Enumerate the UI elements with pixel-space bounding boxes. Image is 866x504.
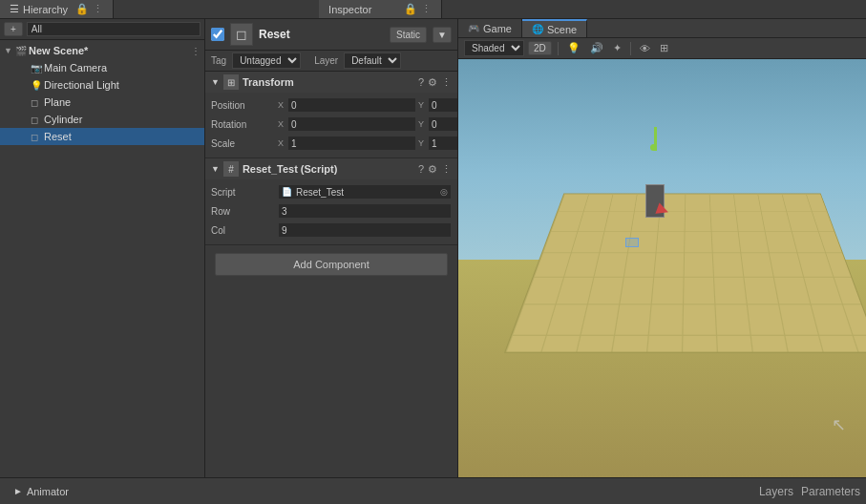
script-settings-icon[interactable]: ⚙ [428,163,437,176]
hierarchy-menu-icon: ☰ [10,3,19,15]
light-toggle-icon[interactable]: 💡 [564,41,583,55]
position-y-input[interactable] [428,97,458,113]
object-active-checkbox[interactable] [211,28,224,41]
inspector-object-header: ◻ Reset Static ▼ [205,19,457,51]
scale-y-input[interactable] [428,136,458,151]
cylinder-icon: ◻ [31,115,44,125]
scale-y-field: Y [418,136,458,151]
effects-toggle-icon[interactable]: ✦ [610,41,624,55]
scene-icon: 🌐 [532,24,543,34]
scene-tab[interactable]: 🌐 Scene [522,19,587,37]
animator-tab[interactable]: ► Animator [6,484,76,499]
reset-obj-icon: ◻ [31,132,44,142]
add-component-button[interactable]: Add Component [215,253,448,276]
toolbar-separator-2 [630,42,631,55]
animator-tab-label: Animator [27,486,69,497]
hierarchy-item-label: Plane [44,96,71,108]
hierarchy-item-directional-light[interactable]: 💡 Directional Light [0,76,204,94]
rotation-y-input[interactable] [428,116,458,132]
transform-collapse-icon: ▼ [211,77,220,87]
rotation-row: Rotation X Y Z [211,116,452,133]
scene-view-toolbar: Shaded 2D 💡 🔊 ✦ 👁 ⊞ [458,38,866,59]
script-help-icon[interactable]: ? [418,163,424,176]
hierarchy-search-input[interactable] [27,22,201,36]
scale-row: Scale X Y Z [211,135,452,152]
shading-mode-select[interactable]: Shaded [464,40,524,56]
audio-toggle-icon[interactable]: 🔊 [587,41,606,55]
rotation-x-input[interactable] [287,116,416,132]
animator-icon: ► [13,486,23,496]
row-field-label: Row [211,206,278,217]
hierarchy-add-button[interactable]: + [4,22,23,36]
transform-title: Transform [243,76,418,88]
position-x-input[interactable] [287,97,416,113]
script-component: ▼ # Reset_Test (Script) ? ⚙ ⋮ Script 📄 R… [205,158,457,245]
script-icon: # [223,161,239,177]
scale-x-input[interactable] [287,136,416,151]
hierarchy-item-more[interactable]: ⋮ [191,46,201,56]
plane-icon: ◻ [31,97,44,108]
static-dropdown-button[interactable]: ▼ [433,27,452,43]
hierarchy-item-cylinder[interactable]: ◻ Cylinder [0,111,204,128]
script-target-icon[interactable]: ◎ [440,187,448,197]
script-file-name: Reset_Test [296,187,344,198]
position-y-field: Y [418,97,458,113]
rotation-label: Rotation [211,119,278,130]
transform-settings-icon[interactable]: ⚙ [428,76,437,89]
script-file-icon: 📄 [282,187,292,197]
scene-tab-bar: 🎮 Game 🌐 Scene [458,19,866,38]
hierarchy-item-reset[interactable]: ◻ Reset [0,128,204,145]
inspector-tab[interactable]: Inspector 🔒 ⋮ [319,0,442,18]
col-field-label: Col [211,225,278,236]
hierarchy-item-label: New Scene* [29,45,88,56]
script-field-row: Script 📄 Reset_Test ◎ [211,183,452,200]
script-component-header[interactable]: ▼ # Reset_Test (Script) ? ⚙ ⋮ [205,158,457,179]
scene-panel: 🎮 Game 🌐 Scene Shaded 2D 💡 🔊 ✦ 👁 ⊞ [458,19,866,477]
script-field-label: Script [211,187,278,198]
cursor-arrow: ↖ [832,414,846,435]
tag-select[interactable]: Untagged [232,52,301,69]
game-tab[interactable]: 🎮 Game [458,19,522,37]
transform-header[interactable]: ▼ ⊞ Transform ? ⚙ ⋮ [205,72,457,93]
hierarchy-tab-label: Hierarchy [23,4,68,15]
scene-plane-object [504,193,866,352]
object-name: Reset [259,28,384,41]
layer-label: Layer [314,55,338,66]
rx-axis-label: X [278,119,285,129]
transform-more-icon[interactable]: ⋮ [441,76,452,89]
x-axis-label: X [278,100,285,110]
col-value-input[interactable] [278,222,452,238]
game-tab-label: Game [483,23,512,34]
hierarchy-item-main-camera[interactable]: 📷 Main Camera [0,59,204,76]
inspector-panel: ◻ Reset Static ▼ Tag Untagged Layer Defa… [205,19,458,477]
inspector-tab-label: Inspector [328,4,371,15]
rotation-x-field: X [278,116,416,132]
parameters-label: Parameters [801,485,860,498]
layer-select[interactable]: Default [344,52,401,69]
hierarchy-content: ▼ 🎬 New Scene* ⋮ 📷 Main Camera 💡 Directi… [0,40,204,477]
2d-toggle-button[interactable]: 2D [528,41,552,55]
scene-3d-view[interactable]: ▶ ↖ [458,59,866,477]
sx-axis-label: X [278,138,285,148]
hierarchy-panel: + ▼ 🎬 New Scene* ⋮ 📷 Main Camera [0,19,205,477]
hierarchy-item-plane[interactable]: ◻ Plane [0,94,204,111]
grid-toggle-icon[interactable]: ⊞ [657,41,671,55]
transform-component: ▼ ⊞ Transform ? ⚙ ⋮ Position X [205,72,457,158]
static-button[interactable]: Static [390,27,427,43]
hierarchy-item-label: Cylinder [44,114,82,125]
camera-icon: 📷 [31,63,44,74]
script-title: Reset_Test (Script) [243,163,418,175]
row-value-input[interactable] [278,203,452,219]
gizmo-toggle-icon[interactable]: 👁 [637,42,653,55]
bottom-panel: ► Animator Layers Parameters [0,477,866,504]
transform-help-icon[interactable]: ? [418,76,424,89]
hierarchy-item-new-scene[interactable]: ▼ 🎬 New Scene* ⋮ [0,42,204,59]
script-more-icon[interactable]: ⋮ [441,163,452,176]
selection-indicator [625,238,639,247]
hierarchy-item-label: Reset [44,131,72,142]
col-field-row: Col [211,221,452,239]
hierarchy-item-label: Directional Light [44,79,119,91]
toolbar-separator [558,42,559,55]
hierarchy-tab[interactable]: ☰ Hierarchy 🔒 ⋮ [0,0,114,18]
script-file-value: 📄 Reset_Test ◎ [278,184,452,200]
